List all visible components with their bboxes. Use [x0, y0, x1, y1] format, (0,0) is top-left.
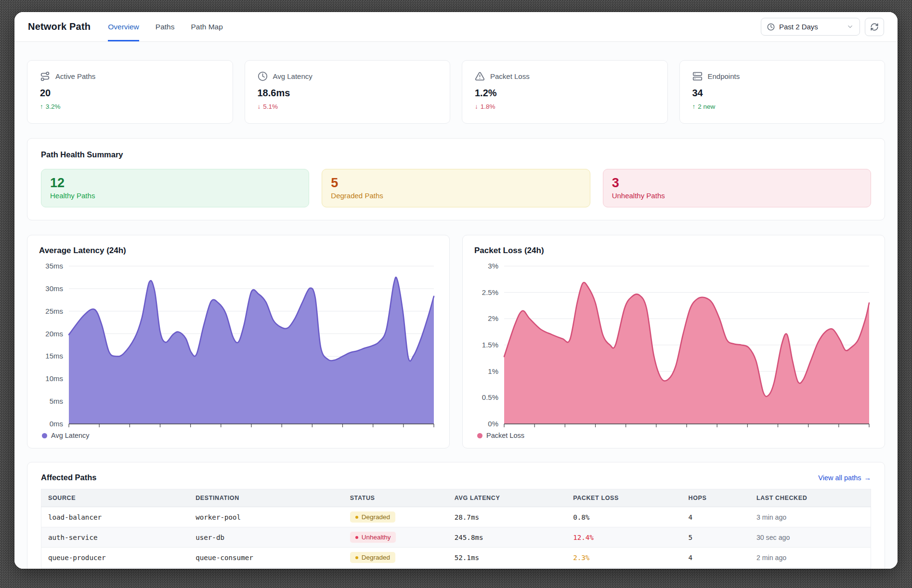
cell-source: billing-service [41, 568, 189, 569]
svg-text:1.5%: 1.5% [482, 341, 498, 349]
cell-avg-latency: 28.7ms [448, 507, 566, 527]
unhealthy-count: 3 [612, 176, 862, 191]
cell-source: load-balancer [41, 507, 189, 527]
cell-status: Degraded [343, 568, 448, 569]
cell-source: queue-producer [41, 548, 189, 568]
view-all-paths-link[interactable]: View all paths → [818, 474, 871, 482]
cell-last-checked: 3 min ago [750, 507, 871, 527]
legend-label: Avg Latency [51, 432, 90, 439]
cell-avg-latency: 52.1ms [448, 548, 566, 568]
tab-path-map[interactable]: Path Map [191, 12, 222, 41]
cell-destination: queue-consumer [189, 548, 343, 568]
svg-text:0ms: 0ms [50, 420, 63, 428]
app-window: Network Path Overview Paths Path Map Pas… [14, 12, 898, 569]
table-row[interactable]: billing-service payment-gateway Degraded… [41, 568, 871, 569]
chart-title: Packet Loss (24h) [474, 246, 873, 256]
refresh-button[interactable] [865, 18, 884, 36]
healthy-label: Healthy Paths [50, 192, 300, 200]
packet-loss-chart-card: Packet Loss (24h) 0%0.5%1%1.5%2%2.5%3% P… [462, 235, 885, 448]
col-hops: HOPS [682, 489, 750, 507]
stat-value: 34 [692, 88, 873, 99]
stat-value: 18.6ms [258, 88, 438, 99]
time-range-select[interactable]: Past 2 Days [761, 18, 860, 36]
svg-text:0.5%: 0.5% [482, 393, 498, 401]
unhealthy-paths-box: 3 Unhealthy Paths [603, 169, 871, 207]
tab-overview[interactable]: Overview [108, 12, 139, 41]
svg-text:5ms: 5ms [50, 397, 63, 405]
cell-packet-loss: 12.4% [566, 527, 681, 548]
svg-text:3%: 3% [488, 262, 498, 270]
warning-triangle-icon [475, 71, 485, 81]
legend-dot [477, 433, 482, 438]
legend-dot [42, 433, 47, 438]
healthy-count: 12 [50, 176, 300, 191]
server-stack-icon [692, 71, 703, 81]
arrow-down-icon: ↓ [258, 103, 261, 110]
stat-delta: ↑ 2 new [692, 103, 873, 110]
latency-chart-card: Average Latency (24h) 0ms5ms10ms15ms20ms… [27, 235, 450, 448]
table-row[interactable]: queue-producer queue-consumer Degraded 5… [41, 548, 871, 568]
chart-title: Average Latency (24h) [39, 246, 438, 256]
col-last-checked: LAST CHECKED [750, 489, 871, 507]
svg-text:20ms: 20ms [45, 330, 63, 338]
cell-packet-loss: 1.5% [566, 568, 681, 569]
unhealthy-label: Unhealthy Paths [612, 192, 862, 200]
cell-last-checked: 30 sec ago [750, 527, 871, 548]
time-range-value: Past 2 Days [779, 23, 842, 31]
cell-destination: payment-gateway [189, 568, 343, 569]
chevron-down-icon [847, 23, 854, 30]
section-title: Path Health Summary [41, 150, 871, 159]
svg-text:2%: 2% [488, 314, 498, 322]
stat-card-packet-loss: Packet Loss 1.2% ↓ 1.8% [462, 60, 668, 124]
cell-last-checked: 2 min ago [750, 548, 871, 568]
table-header-row: SOURCE DESTINATION STATUS AVG LATENCY PA… [41, 489, 871, 507]
status-dot [355, 556, 358, 559]
cell-status: Degraded [343, 507, 448, 527]
arrow-right-icon: → [864, 474, 872, 482]
status-badge: Degraded [350, 511, 395, 523]
cell-packet-loss: 2.3% [566, 548, 681, 568]
affected-paths-card: Affected Paths View all paths → SOURCE D… [27, 462, 885, 569]
affected-paths-table: SOURCE DESTINATION STATUS AVG LATENCY PA… [41, 489, 871, 569]
cell-avg-latency: 245.8ms [448, 527, 566, 548]
status-badge: Unhealthy [350, 532, 396, 543]
stat-card-avg-latency: Avg Latency 18.6ms ↓ 5.1% [245, 60, 451, 124]
svg-text:2.5%: 2.5% [482, 288, 498, 296]
app-header: Network Path Overview Paths Path Map Pas… [14, 12, 898, 42]
col-destination: DESTINATION [189, 489, 343, 507]
cell-avg-latency: 67.3ms [448, 568, 566, 569]
svg-text:1%: 1% [488, 367, 498, 375]
svg-text:30ms: 30ms [45, 284, 63, 293]
status-badge: Degraded [350, 552, 395, 563]
col-source: SOURCE [41, 489, 189, 507]
stat-delta: ↓ 5.1% [258, 103, 438, 110]
clock-icon [767, 23, 775, 31]
stat-delta: ↑ 3.2% [40, 103, 220, 110]
clock-icon [258, 71, 268, 81]
arrow-down-icon: ↓ [475, 103, 478, 110]
status-dot [355, 536, 358, 539]
stat-label: Active Paths [55, 72, 95, 80]
stat-label: Avg Latency [273, 72, 313, 80]
stat-label: Endpoints [708, 72, 740, 80]
tab-bar: Overview Paths Path Map [108, 12, 223, 41]
latency-area-chart: 0ms5ms10ms15ms20ms25ms30ms35ms [39, 260, 438, 430]
cell-status: Degraded [343, 548, 448, 568]
section-title: Affected Paths [41, 473, 97, 482]
tab-paths[interactable]: Paths [156, 12, 175, 41]
arrow-up-icon: ↑ [40, 103, 43, 110]
legend-label: Packet Loss [486, 432, 524, 439]
svg-text:25ms: 25ms [45, 307, 63, 315]
col-packet-loss: PACKET LOSS [566, 489, 681, 507]
svg-text:35ms: 35ms [45, 262, 63, 270]
col-avg-latency: AVG LATENCY [448, 489, 566, 507]
stat-card-active-paths: Active Paths 20 ↑ 3.2% [27, 60, 233, 124]
stat-value: 20 [40, 88, 220, 99]
packet-loss-area-chart: 0%0.5%1%1.5%2%2.5%3% [474, 260, 873, 430]
table-row[interactable]: load-balancer worker-pool Degraded 28.7m… [41, 507, 871, 527]
svg-text:10ms: 10ms [45, 374, 63, 383]
degraded-count: 5 [331, 176, 581, 191]
table-row[interactable]: auth-service user-db Unhealthy 245.8ms 1… [41, 527, 871, 548]
route-icon [40, 71, 50, 81]
cell-hops: 4 [682, 548, 750, 568]
